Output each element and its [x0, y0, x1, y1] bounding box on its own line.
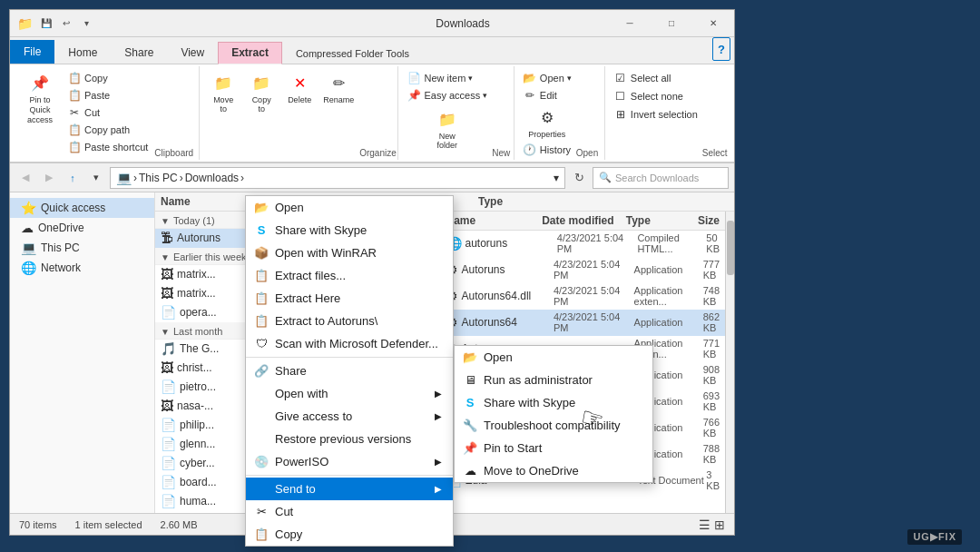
sidebar-item-network[interactable]: 🌐 Network — [10, 258, 154, 278]
list-item[interactable]: ⚙ Autoruns64 4/23/2021 5:04 PM Applicati… — [441, 310, 726, 336]
details-view-btn[interactable]: ☰ — [699, 518, 710, 532]
cm2-share-skype[interactable]: S Share with Skype — [455, 391, 652, 414]
cm2-troubleshoot[interactable]: 🔧 Troubleshoot compatibility — [455, 414, 652, 437]
edit-button[interactable]: ✏ Edit — [520, 87, 574, 104]
large-icons-view-btn[interactable]: ⊞ — [714, 518, 725, 532]
select-none-button[interactable]: ☐ Select none — [611, 88, 701, 104]
cm1-copy[interactable]: 📋 Copy — [246, 523, 453, 546]
sidebar-item-quick-access[interactable]: ⭐ Quick access — [10, 198, 154, 218]
address-box[interactable]: 💻 › This PC › Downloads › ▾ — [110, 167, 565, 189]
new-folder-button[interactable]: 📁 Newfolder — [404, 106, 490, 152]
tab-home[interactable]: Home — [54, 42, 111, 64]
cm1-share-skype[interactable]: S Share with Skype — [246, 219, 453, 242]
back-button[interactable]: ◀ — [15, 168, 35, 188]
file-size: 862 KB — [703, 311, 720, 333]
sidebar-item-onedrive[interactable]: ☁ OneDrive — [10, 218, 154, 238]
maximize-button[interactable]: □ — [651, 10, 692, 37]
cm1-send-to[interactable]: Send to ▶ — [246, 478, 453, 500]
sidebar-item-this-pc[interactable]: 💻 This PC — [10, 238, 154, 258]
status-selected-count: 1 item selected — [75, 519, 142, 530]
cm1-share[interactable]: 🔗 Share — [246, 360, 453, 382]
scissors-icon: ✂ — [67, 105, 82, 120]
vertical-scrollbar[interactable] — [725, 212, 734, 513]
pin-to-quick-access-btn[interactable]: 📌 Pin to Quick access — [19, 70, 61, 126]
cm1-open-winrar[interactable]: 📦 Open with WinRAR — [246, 242, 453, 264]
cm1-extract-here-icon: 📋 — [253, 291, 270, 307]
cm1-scan-defender[interactable]: 🛡 Scan with Microsoft Defender... — [246, 332, 453, 355]
cm1-extract-files[interactable]: 📋 Extract files... — [246, 264, 453, 287]
cm2-move-to-onedrive[interactable]: ☁ Move to OneDrive — [455, 459, 652, 482]
copy-path-button[interactable]: 📋 Copy path — [64, 122, 151, 138]
inner-file-list-header: Name Date modified Type Size — [441, 212, 726, 231]
new-buttons: 📄 New item ▾ 📌 Easy access ▾ 📁 Newfolder — [404, 70, 490, 152]
copy-to-button[interactable]: 📁 Copyto — [243, 70, 279, 115]
cm1-extract-to[interactable]: 📋 Extract to Autoruns\ — [246, 310, 453, 332]
cm1-copy-label: Copy — [275, 527, 302, 541]
status-items-count: 70 items — [19, 519, 57, 530]
cm2-run-as-admin[interactable]: 🖥 Run as administrator — [455, 369, 652, 391]
cm1-restore-versions[interactable]: Restore previous versions — [246, 428, 453, 450]
breadcrumb-downloads[interactable]: Downloads — [185, 172, 239, 184]
list-item[interactable]: ⚙ Autoruns 4/23/2021 5:04 PM Application… — [441, 257, 726, 283]
search-box[interactable]: 🔍 Search Downloads — [593, 167, 729, 189]
file-size: 766 KB — [703, 417, 720, 439]
cm2-open-icon: 📂 — [462, 350, 478, 366]
delete-button[interactable]: ✕ Delete — [281, 70, 318, 106]
cm1-send-to-label: Send to — [275, 482, 316, 496]
recent-locations-button[interactable]: ▾ — [86, 168, 106, 188]
new-item-label: New item — [424, 73, 466, 84]
cm2-pin-to-start[interactable]: 📌 Pin to Start — [455, 437, 652, 459]
copy-path-icon: 📋 — [67, 123, 82, 137]
tab-extract[interactable]: Extract — [218, 42, 282, 64]
move-to-button[interactable]: 📁 Moveto — [205, 70, 241, 115]
cm1-sep2 — [246, 475, 453, 476]
invert-selection-button[interactable]: ⊞ Invert selection — [611, 106, 701, 123]
cm1-open-with[interactable]: Open with ▶ — [246, 382, 453, 405]
help-button[interactable]: ? — [712, 37, 730, 61]
tab-compressed-folder-tools[interactable]: Compressed Folder Tools — [282, 44, 423, 64]
move-to-label: Moveto — [213, 95, 233, 113]
breadcrumb-this-pc[interactable]: This PC — [139, 172, 178, 184]
group-today-arrow: ▼ — [161, 216, 170, 226]
select-all-icon: ☑ — [613, 71, 628, 85]
cut-button[interactable]: ✂ Cut — [64, 104, 151, 121]
scrollbar-thumb[interactable] — [727, 221, 734, 275]
tab-share[interactable]: Share — [111, 42, 167, 64]
select-all-button[interactable]: ☑ Select all — [611, 70, 701, 86]
cm1-open[interactable]: 📂 Open — [246, 196, 453, 219]
forward-button[interactable]: ▶ — [39, 168, 59, 188]
easy-access-button[interactable]: 📌 Easy access ▾ — [404, 87, 490, 104]
paste-button[interactable]: 📋 Paste — [64, 87, 151, 104]
minimize-button[interactable]: ─ — [609, 10, 651, 37]
cm2-pin-to-start-label: Pin to Start — [484, 441, 542, 455]
paste-icon: 📋 — [67, 88, 82, 103]
tab-file[interactable]: File — [10, 40, 54, 64]
clipboard-group-label: Clipboard — [154, 146, 193, 158]
properties-button[interactable]: ⚙ Properties — [520, 104, 574, 141]
paste-shortcut-button[interactable]: 📋 Paste shortcut — [64, 139, 151, 155]
search-placeholder: Search Downloads — [615, 172, 699, 183]
close-button[interactable]: ✕ — [692, 10, 734, 37]
list-item[interactable]: ⚙ Autoruns64.dll 4/23/2021 5:04 PM Appli… — [441, 283, 726, 310]
cm1-cut[interactable]: ✂ Cut — [246, 500, 453, 523]
rename-button[interactable]: ✏ Rename — [319, 70, 358, 106]
file-icon: 🖼 — [161, 267, 173, 281]
address-dropdown-btn[interactable]: ▾ — [554, 172, 559, 184]
cm1-extract-here[interactable]: 📋 Extract Here — [246, 287, 453, 310]
cm2-open[interactable]: 📂 Open — [455, 346, 652, 369]
cm1-poweriso[interactable]: 💿 PowerISO ▶ — [246, 450, 453, 473]
refresh-button[interactable]: ↻ — [569, 168, 589, 188]
list-item[interactable]: 🌐 autoruns 4/23/2021 5:04 PM Compiled HT… — [441, 231, 726, 257]
quick-access-dropdown-btn[interactable]: ▾ — [78, 15, 94, 32]
quick-access-save-btn[interactable]: 💾 — [38, 15, 54, 32]
cm1-give-access[interactable]: Give access to ▶ — [246, 405, 453, 428]
tab-view[interactable]: View — [167, 42, 218, 64]
context-menu-2: 📂 Open 🖥 Run as administrator S Share wi… — [454, 345, 653, 483]
quick-access-undo-btn[interactable]: ↩ — [58, 15, 74, 32]
copy-button[interactable]: 📋 Copy — [64, 70, 151, 86]
history-button[interactable]: 🕐 History — [520, 142, 574, 158]
open-button[interactable]: 📂 Open ▾ — [520, 70, 574, 86]
new-item-button[interactable]: 📄 New item ▾ — [404, 70, 490, 86]
paste-label: Paste — [84, 90, 110, 101]
up-button[interactable]: ↑ — [63, 168, 83, 188]
